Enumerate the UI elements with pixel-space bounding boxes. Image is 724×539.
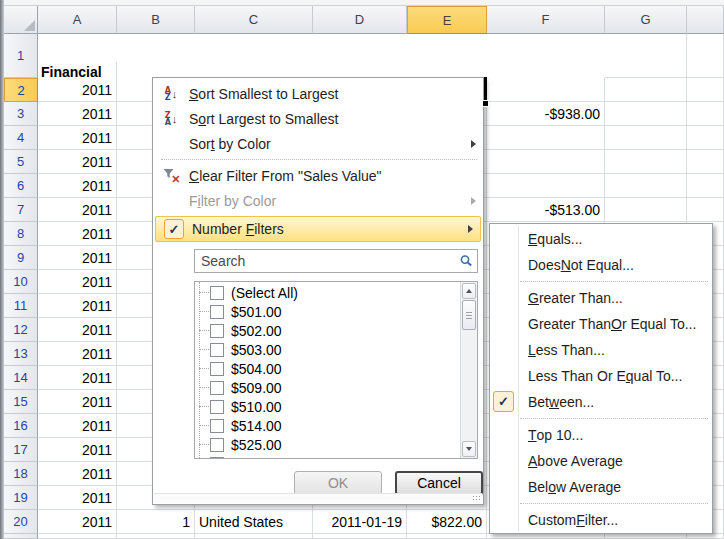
search-icon[interactable] xyxy=(459,254,473,268)
cell-g5[interactable] xyxy=(605,150,687,174)
column-header-partial[interactable] xyxy=(687,6,724,34)
row-header-3[interactable]: 3 xyxy=(4,102,38,126)
cell-partial-row21[interactable] xyxy=(117,534,195,539)
cell-partial-row21[interactable] xyxy=(687,534,724,539)
header-cell-empty[interactable] xyxy=(687,34,724,78)
submenu-item-between[interactable]: ✓Between... xyxy=(490,389,712,415)
cell-h6[interactable] xyxy=(687,174,724,198)
list-item[interactable]: $509.00 xyxy=(195,378,460,397)
cell-a18[interactable]: 2011 xyxy=(38,462,117,486)
row-header-16[interactable]: 16 xyxy=(4,414,38,438)
list-scrollbar[interactable] xyxy=(460,282,477,458)
column-header-d[interactable]: D xyxy=(313,6,407,34)
column-header-b[interactable]: B xyxy=(117,6,195,34)
checkbox[interactable] xyxy=(210,362,224,376)
column-header-a[interactable]: A xyxy=(38,6,117,34)
cell-a4[interactable]: 2011 xyxy=(38,126,117,150)
cell-a19[interactable]: 2011 xyxy=(38,486,117,510)
cell-a13[interactable]: 2011 xyxy=(38,342,117,366)
cell-a14[interactable]: 2011 xyxy=(38,366,117,390)
cell-partial-row21[interactable] xyxy=(313,534,407,539)
checkbox[interactable] xyxy=(210,324,224,338)
cell-g4[interactable] xyxy=(605,126,687,150)
scroll-down-button[interactable] xyxy=(462,441,476,457)
cell-f5[interactable] xyxy=(487,150,605,174)
cell-c20[interactable]: United States xyxy=(195,510,313,534)
row-header-20[interactable]: 20 xyxy=(4,510,38,534)
cancel-button[interactable]: Cancel xyxy=(395,471,483,495)
row-header-12[interactable]: 12 xyxy=(4,318,38,342)
checkbox[interactable] xyxy=(210,400,224,414)
checkbox[interactable] xyxy=(210,438,224,452)
cell-f2[interactable] xyxy=(487,78,605,102)
submenu-item-less-than-or-equal-to[interactable]: Less Than Or Equal To... xyxy=(490,363,712,389)
cell-b20[interactable]: 1 xyxy=(117,510,195,534)
cell-a7[interactable]: 2011 xyxy=(38,198,117,222)
cell-partial-row21[interactable] xyxy=(195,534,313,539)
cell-a11[interactable]: 2011 xyxy=(38,294,117,318)
submenu-item-greater-than-or-equal-to[interactable]: Greater Than Or Equal To... xyxy=(490,311,712,337)
cell-f4[interactable] xyxy=(487,126,605,150)
fill-handle[interactable] xyxy=(482,100,489,107)
row-header-9[interactable]: 9 xyxy=(4,246,38,270)
column-header-g[interactable]: G xyxy=(605,6,687,34)
cell-a10[interactable]: 2011 xyxy=(38,270,117,294)
menu-item-sort-largest-to-smallest[interactable]: ZA↓Sort Largest to Smallest xyxy=(153,106,483,131)
cell-f3[interactable]: -$938.00 xyxy=(487,102,605,126)
row-header-6[interactable]: 6 xyxy=(4,174,38,198)
column-header-f[interactable]: F xyxy=(487,6,605,34)
row-header-10[interactable]: 10 xyxy=(4,270,38,294)
row-header-15[interactable]: 15 xyxy=(4,390,38,414)
row-header-19[interactable]: 19 xyxy=(4,486,38,510)
list-item[interactable]: $525.00 xyxy=(195,435,460,454)
cell-g2[interactable] xyxy=(605,78,687,102)
cell-a9[interactable]: 2011 xyxy=(38,246,117,270)
checkbox[interactable] xyxy=(210,457,224,460)
list-item[interactable]: (Select All) xyxy=(195,283,460,302)
cell-d20[interactable]: 2011-01-19 xyxy=(313,510,407,534)
cell-a16[interactable]: 2011 xyxy=(38,414,117,438)
header-cell-empty[interactable] xyxy=(605,34,687,78)
cell-a5[interactable]: 2011 xyxy=(38,150,117,174)
row-header-13[interactable]: 13 xyxy=(4,342,38,366)
cell-h2[interactable] xyxy=(687,78,724,102)
submenu-item-equals[interactable]: Equals... xyxy=(490,226,712,252)
cell-a3[interactable]: 2011 xyxy=(38,102,117,126)
menu-item-number-filters[interactable]: ✓Number Filters xyxy=(155,216,481,242)
cell-f6[interactable] xyxy=(487,174,605,198)
checkbox[interactable] xyxy=(210,381,224,395)
cell-a8[interactable]: 2011 xyxy=(38,222,117,246)
search-input[interactable] xyxy=(199,252,459,270)
select-all-corner[interactable] xyxy=(4,6,38,34)
row-header-1[interactable]: 1 xyxy=(4,34,38,78)
row-header-7[interactable]: 7 xyxy=(4,198,38,222)
cell-h4[interactable] xyxy=(687,126,724,150)
row-header-5[interactable]: 5 xyxy=(4,150,38,174)
list-item[interactable]: $502.00 xyxy=(195,321,460,340)
row-header-17[interactable]: 17 xyxy=(4,438,38,462)
panel-resize-strip[interactable] xyxy=(154,493,482,503)
row-header-2[interactable]: 2 xyxy=(4,78,38,102)
checkbox[interactable] xyxy=(210,343,224,357)
list-item[interactable]: $503.00 xyxy=(195,340,460,359)
checkbox[interactable] xyxy=(210,286,224,300)
cell-partial-row21[interactable] xyxy=(407,534,487,539)
cell-g6[interactable] xyxy=(605,174,687,198)
cell-g7[interactable] xyxy=(605,198,687,222)
cell-partial-row21[interactable] xyxy=(38,534,117,539)
row-header-11[interactable]: 11 xyxy=(4,294,38,318)
submenu-item-above-average[interactable]: Above Average xyxy=(490,448,712,474)
checkbox[interactable] xyxy=(210,419,224,433)
column-header-c[interactable]: C xyxy=(195,6,313,34)
row-header-4[interactable]: 4 xyxy=(4,126,38,150)
list-item[interactable]: $510.00 xyxy=(195,397,460,416)
list-item[interactable]: $504.00 xyxy=(195,359,460,378)
submenu-item-greater-than[interactable]: Greater Than... xyxy=(490,285,712,311)
cell-a17[interactable]: 2011 xyxy=(38,438,117,462)
cell-e20[interactable]: $822.00 xyxy=(407,510,487,534)
menu-item-filter-by-color[interactable]: Filter by Color xyxy=(153,188,483,213)
scrollbar-thumb[interactable] xyxy=(462,300,476,330)
submenu-item-below-average[interactable]: Below Average xyxy=(490,474,712,500)
submenu-item-does-not-equal[interactable]: Does Not Equal... xyxy=(490,252,712,278)
list-item[interactable]: $514.00 xyxy=(195,416,460,435)
